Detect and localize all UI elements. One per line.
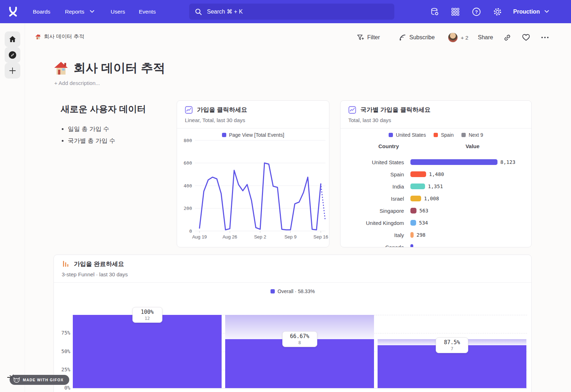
y-axis-tick: 75%	[54, 330, 70, 336]
value-bar[interactable]	[410, 208, 416, 213]
nav-events[interactable]: Events	[139, 0, 156, 23]
y-axis-tick: 0	[189, 228, 192, 234]
table-row[interactable]: Italy298	[340, 229, 532, 241]
funnel-step-badge[interactable]: 87.5%7	[436, 337, 468, 353]
line-chart-subtitle: Linear, Total, last 30 days	[185, 117, 245, 123]
search-input[interactable]: Search ⌘ + K	[189, 4, 394, 20]
breadcrumb[interactable]: 회사 데이터 추적	[35, 33, 84, 40]
funnel-plot[interactable]: 0%25%50%75%100%1266.67%887.5%7	[54, 285, 532, 392]
value-bar[interactable]	[410, 196, 421, 201]
bar-chart-title: 국가별 가입을 클릭하세요	[360, 106, 430, 114]
text-card-heading: 새로운 사용자 데이터	[61, 103, 175, 115]
funnel-bar[interactable]	[73, 315, 222, 388]
y-axis-tick: 400	[184, 183, 192, 189]
step-pct: 100%	[133, 309, 162, 315]
y-axis-tick: 600	[184, 160, 192, 166]
create-plus-icon[interactable]	[5, 63, 20, 79]
funnel-step-badge[interactable]: 66.67%8	[282, 331, 317, 347]
table-row[interactable]: India1,351	[340, 180, 532, 192]
table-row[interactable]: Israel1,008	[340, 192, 532, 205]
nav-reports[interactable]: Reports	[65, 0, 84, 23]
y-axis-tick: 25%	[54, 367, 70, 372]
list-item: 일일 총 가입 수	[68, 125, 175, 133]
country-label: United Kingdom	[340, 220, 410, 226]
chevron-down-icon	[90, 10, 94, 13]
value-label: 534	[419, 220, 428, 226]
extra-collaborators: + 2	[461, 35, 468, 41]
made-with-gifox-badge[interactable]: MADE WITH GIFOX	[10, 375, 69, 385]
legend-item[interactable]: Next 9	[461, 132, 483, 138]
value-bar[interactable]	[410, 244, 413, 247]
value-bar[interactable]	[410, 232, 414, 238]
line-series[interactable]	[199, 163, 321, 230]
chevron-down-icon	[545, 10, 549, 13]
country-label: Italy	[340, 232, 410, 238]
legend-label: United States	[396, 132, 426, 138]
list-item: 국가별 총 가입 수	[68, 137, 175, 145]
funnel-chart-title: 가입을 완료하세요	[74, 260, 124, 268]
x-axis-tick: Sep 2	[254, 234, 266, 240]
filter-button[interactable]: Filter	[357, 32, 380, 43]
help-icon[interactable]: ?	[471, 6, 482, 17]
value-label: 1,351	[428, 184, 443, 189]
value-bar[interactable]	[410, 220, 416, 226]
gifox-label: MADE WITH GIFOX	[23, 378, 64, 382]
funnel-chart-subtitle: 3-step Funnel · last 30 days	[62, 271, 128, 277]
add-description-button[interactable]: + Add description...	[54, 80, 100, 86]
search-icon	[195, 8, 202, 15]
favorite-heart-icon[interactable]	[521, 32, 531, 43]
fox-icon	[13, 377, 20, 383]
column-header-value: Value	[458, 143, 487, 149]
home-icon[interactable]	[5, 31, 20, 47]
y-axis-tick: 200	[184, 206, 192, 211]
country-label: India	[340, 184, 410, 190]
bar-chart-card[interactable]: 국가별 가입을 클릭하세요 Total, last 30 days United…	[340, 100, 532, 247]
explore-compass-icon[interactable]	[5, 47, 20, 63]
more-options-icon[interactable]	[540, 32, 550, 43]
y-axis-tick: 0%	[54, 385, 70, 391]
value-bar[interactable]	[410, 159, 497, 165]
data-settings-icon[interactable]	[429, 6, 440, 17]
share-label: Share	[478, 34, 493, 41]
house-emoji-icon	[35, 34, 41, 40]
project-selector[interactable]: Prouction	[513, 0, 540, 23]
copy-link-icon[interactable]	[502, 32, 512, 43]
step-count: 7	[436, 346, 468, 351]
x-axis-tick: Sep 16	[313, 234, 328, 240]
share-button[interactable]: Share	[478, 32, 493, 43]
line-chart-card[interactable]: 가입을 클릭하세요 Linear, Total, last 30 days Pa…	[177, 100, 329, 247]
nav-boards[interactable]: Boards	[33, 0, 50, 23]
column-header-country: Country	[362, 143, 415, 149]
gear-icon[interactable]	[492, 6, 503, 17]
subscribe-label: Subscribe	[409, 34, 435, 41]
value-label: 8,123	[500, 159, 515, 165]
value-bar[interactable]	[410, 184, 425, 189]
nav-users[interactable]: Users	[111, 0, 125, 23]
page-title-text: 회사 데이터 추적	[74, 60, 165, 76]
top-nav: Boards Reports Users Events Search ⌘ + K	[0, 0, 571, 23]
line-chart-icon	[185, 106, 193, 114]
line-chart-plot[interactable]: 0200400600800Aug 19Aug 26Sep 2Sep 9Sep 1…	[177, 131, 329, 247]
breadcrumb-label: 회사 데이터 추적	[44, 33, 84, 40]
svg-text:?: ?	[475, 9, 478, 15]
line-chart-title: 가입을 클릭하세요	[197, 106, 247, 114]
collaborators[interactable]: + 2	[448, 32, 468, 43]
table-row[interactable]: Singapore563	[340, 205, 532, 217]
bar-chart-subtitle: Total, last 30 days	[348, 117, 391, 123]
legend-item[interactable]: Spain	[434, 132, 454, 138]
funnel-step-badge[interactable]: 100%12	[132, 307, 162, 323]
subscribe-button[interactable]: Subscribe	[399, 32, 435, 43]
table-row[interactable]: United States8,123	[340, 156, 532, 168]
table-row[interactable]: Canada	[340, 241, 532, 247]
table-row[interactable]: United Kingdom534	[340, 217, 532, 229]
table-row[interactable]: Spain1,480	[340, 168, 532, 180]
funnel-chart-icon	[62, 260, 70, 268]
mixpanel-logo-icon[interactable]	[7, 6, 19, 17]
country-label: Spain	[340, 171, 410, 177]
funnel-chart-card[interactable]: 가입을 완료하세요 3-step Funnel · last 30 days O…	[54, 255, 532, 392]
bar-chart-rows: United States8,123Spain1,480India1,351Is…	[340, 156, 532, 247]
x-axis-tick: Aug 19	[192, 234, 207, 240]
apps-grid-icon[interactable]	[450, 6, 461, 17]
legend-item[interactable]: United States	[389, 132, 426, 138]
value-bar[interactable]	[410, 171, 426, 177]
